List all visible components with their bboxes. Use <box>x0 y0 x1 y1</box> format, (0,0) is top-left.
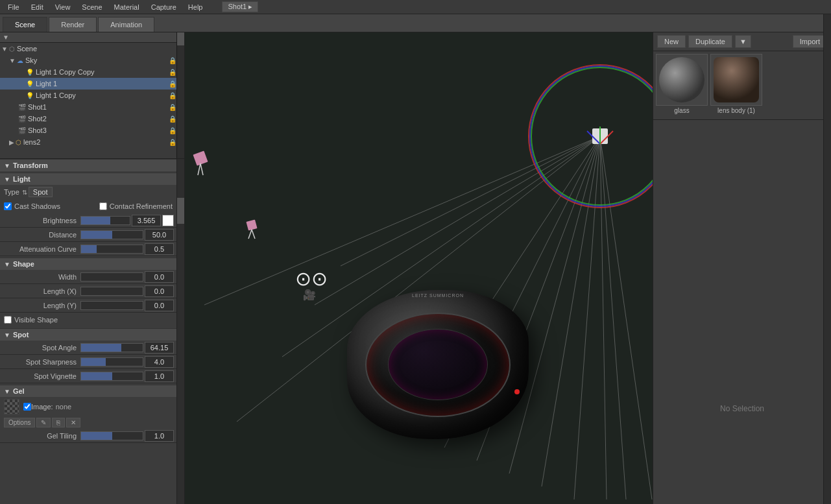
spot-vignette-value[interactable] <box>145 370 174 382</box>
expand-transform-icon: ▼ <box>4 162 10 169</box>
gel-tiling-value[interactable] <box>145 430 174 442</box>
lock-icon-sky[interactable]: 🔒 <box>169 57 176 64</box>
length-x-value[interactable] <box>145 285 174 297</box>
lens-sphere <box>714 57 759 102</box>
length-y-label: Length (Y) <box>3 302 80 309</box>
left-scrollbar-thumb <box>177 198 184 224</box>
spot-vignette-row: Spot Vignette <box>0 369 176 383</box>
length-y-track[interactable] <box>80 301 143 310</box>
svg-line-2 <box>542 136 600 486</box>
width-row: Width <box>0 270 176 284</box>
width-track[interactable] <box>80 272 143 282</box>
light-icon-c: 💡 <box>26 92 34 99</box>
transform-section: ▼ Transform <box>0 159 176 171</box>
shot2-icon: 🎬 <box>18 115 26 123</box>
brightness-color-swatch[interactable] <box>162 215 174 226</box>
right-panel-divider <box>653 119 831 120</box>
glass-sphere <box>659 57 705 102</box>
attenuation-label: Attenuation Curve <box>3 245 80 253</box>
tree-scrollbar[interactable] <box>176 32 184 158</box>
lock-icon-shot2[interactable]: 🔒 <box>169 115 176 123</box>
tree-item-light1[interactable]: 💡 Light 1 🔒 👁 <box>0 78 184 90</box>
brightness-value[interactable] <box>132 215 161 226</box>
type-value[interactable]: Spot <box>29 187 53 197</box>
duplicate-button[interactable]: Duplicate <box>688 35 732 48</box>
transform-section-label: Transform <box>13 162 48 169</box>
cast-shadows-checkbox[interactable] <box>4 202 12 210</box>
menu-edit[interactable]: Edit <box>26 2 49 12</box>
menu-help[interactable]: Help <box>183 2 208 12</box>
tab-animation[interactable]: Animation <box>98 17 154 32</box>
tree-item-sky[interactable]: ▼ ☁ Sky 🔒 👁 <box>0 54 184 66</box>
spot-section-header[interactable]: ▼ Spot <box>0 328 176 341</box>
gel-copy-btn[interactable]: ⎘ <box>52 418 65 427</box>
attenuation-value[interactable] <box>145 243 174 255</box>
tree-item-lens2[interactable]: ▶ ⬡ lens2 🔒 👁 <box>0 136 184 148</box>
tree-item-light1c[interactable]: 💡 Light 1 Copy 🔒 👁 <box>0 90 184 101</box>
material-glass[interactable]: glass <box>656 54 708 114</box>
viewport[interactable]: ⊙⊙ 🎥 LEITZ SUMMICRON <box>185 32 653 504</box>
tree-item-scene[interactable]: ▼ ⬡ Scene 👁 <box>0 43 184 54</box>
tree-item-shot2[interactable]: 🎬 Shot2 🔒 👁 <box>0 113 184 125</box>
visible-shape-checkbox[interactable] <box>4 316 12 324</box>
svg-line-23 <box>200 163 203 175</box>
tree-label-sky: Sky <box>25 56 167 64</box>
light-section-header[interactable]: ▼ Light <box>0 173 176 185</box>
gel-edit-btn[interactable]: ✎ <box>36 418 51 427</box>
gel-tiling-track[interactable] <box>80 431 143 440</box>
svg-line-12 <box>315 136 600 305</box>
lock-icon-c[interactable]: 🔒 <box>169 92 176 99</box>
cast-shadows-row: Cast Shadows Contact Refinement <box>0 199 176 213</box>
lock-icon-shot1[interactable]: 🔒 <box>169 104 176 111</box>
far-right-scrollbar[interactable] <box>823 32 831 504</box>
right-panel-bottom <box>653 123 831 313</box>
svg-line-7 <box>600 136 626 499</box>
scene-tree-content: ▼ ⬡ Scene 👁 ▼ ☁ Sky 🔒 👁 💡 Light <box>0 43 184 148</box>
tree-item-light1cc[interactable]: 💡 Light 1 Copy Copy 🔒 👁 <box>0 66 184 78</box>
brightness-track[interactable] <box>80 216 130 225</box>
spot-sharpness-track[interactable] <box>80 357 143 366</box>
spot-sharpness-value[interactable] <box>145 356 174 368</box>
length-y-value[interactable] <box>145 300 174 311</box>
gel-image-checkbox[interactable] <box>23 403 31 411</box>
spot-angle-track[interactable] <box>80 343 143 352</box>
tree-item-shot3[interactable]: 🎬 Shot3 🔒 👁 <box>0 125 184 136</box>
distance-track[interactable] <box>80 230 143 239</box>
gel-section-header[interactable]: ▼ Gel <box>0 385 176 397</box>
attenuation-row: Attenuation Curve <box>0 242 176 256</box>
menu-material[interactable]: Material <box>109 2 145 12</box>
menu-scene[interactable]: Scene <box>77 2 107 12</box>
distance-value[interactable] <box>145 229 174 241</box>
tab-render[interactable]: Render <box>49 17 97 32</box>
left-panel-scrollbar[interactable] <box>176 159 184 504</box>
lock-icon-1[interactable]: 🔒 <box>169 80 176 88</box>
shot-selector[interactable]: Shot1 ▸ <box>222 1 258 12</box>
menu-capture[interactable]: Capture <box>146 2 182 12</box>
spot-section: ▼ Spot Spot Angle Spot Sharpness <box>0 328 176 383</box>
length-x-label: Length (X) <box>3 287 80 295</box>
attenuation-track[interactable] <box>80 245 143 254</box>
shape-section-header[interactable]: ▼ Shape <box>0 258 176 270</box>
gel-delete-btn[interactable]: ✕ <box>66 418 80 427</box>
lock-icon-cc[interactable]: 🔒 <box>169 69 176 76</box>
gel-options-btn[interactable]: Options <box>4 418 35 427</box>
spot-vignette-track[interactable] <box>80 372 143 381</box>
expand-spot-icon: ▼ <box>4 331 10 339</box>
width-value[interactable] <box>145 271 174 283</box>
material-lens-body[interactable]: lens body (1) <box>710 54 762 114</box>
dropdown-button[interactable]: ▼ <box>735 35 751 48</box>
length-x-track[interactable] <box>80 287 143 296</box>
lock-icon-lens2[interactable]: 🔒 <box>169 139 176 146</box>
svg-line-0 <box>600 136 607 499</box>
lock-icon-shot3[interactable]: 🔒 <box>169 127 176 134</box>
tree-item-shot1[interactable]: 🎬 Shot1 🔒 👁 <box>0 101 184 113</box>
menu-view[interactable]: View <box>50 2 76 12</box>
transform-section-header[interactable]: ▼ Transform <box>0 159 176 171</box>
contact-refinement-checkbox[interactable] <box>99 202 107 210</box>
contact-refinement-label: Contact Refinement <box>110 202 173 210</box>
spot-angle-value[interactable] <box>145 342 174 354</box>
import-button[interactable]: Import <box>793 35 827 48</box>
menu-file[interactable]: File <box>3 2 25 12</box>
tab-scene[interactable]: Scene <box>3 17 47 32</box>
new-button[interactable]: New <box>657 35 686 48</box>
